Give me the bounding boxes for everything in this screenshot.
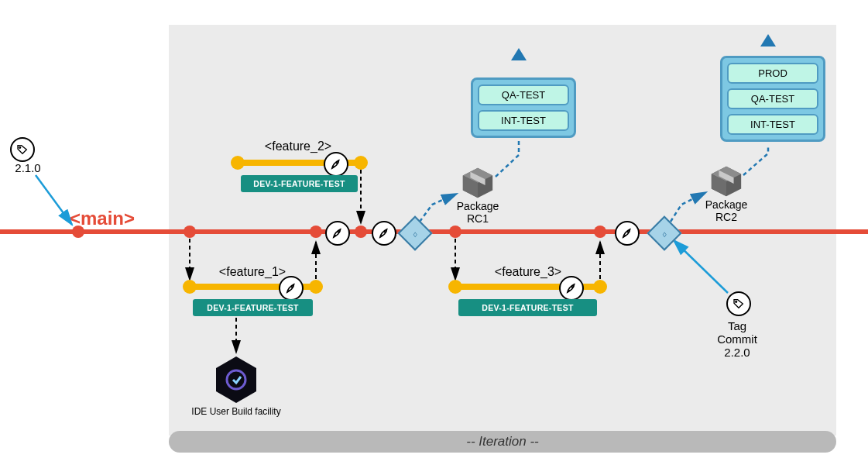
feature-2-label: <feature_2> [265, 139, 331, 153]
env-chip: QA-TEST [727, 88, 818, 109]
svg-marker-16 [216, 356, 256, 403]
feature-commit-dot [354, 156, 368, 170]
main-commit-dot [355, 226, 367, 238]
package-icon [460, 165, 496, 201]
ide-label: IDE User Build facility [191, 406, 280, 417]
rocket-icon [559, 276, 584, 301]
iteration-bar: -- Iteration -- [169, 431, 836, 453]
up-triangle-icon [760, 34, 776, 46]
feature-1-label: <feature_1> [219, 265, 286, 279]
feature-commit-dot [183, 280, 197, 294]
env-chip: INT-TEST [478, 110, 569, 131]
dev-feature-test-badge: DEV-1-FEATURE-TEST [193, 299, 313, 316]
rocket-icon [615, 221, 640, 246]
env-chip: INT-TEST [727, 114, 818, 135]
env-stack-rc2: PROD QA-TEST INT-TEST [720, 56, 825, 142]
up-triangle-icon [511, 48, 527, 60]
feature-3-label: <feature_3> [495, 265, 561, 279]
ide-hex-icon [214, 355, 258, 405]
env-chip: PROD [727, 63, 818, 84]
svg-point-15 [736, 301, 737, 302]
package-icon [708, 164, 744, 199]
feature-commit-dot [448, 280, 462, 294]
svg-point-13 [384, 231, 386, 232]
main-commit-dot [72, 226, 84, 238]
iteration-label: -- Iteration -- [466, 434, 539, 449]
tag-icon [10, 137, 35, 162]
rocket-icon [372, 221, 396, 246]
env-stack-rc1: QA-TEST INT-TEST [471, 77, 576, 138]
feature-commit-dot [231, 156, 245, 170]
svg-line-1 [36, 175, 72, 225]
feature-commit-dot [309, 280, 323, 294]
rocket-icon [325, 221, 350, 246]
rocket-icon [324, 152, 348, 177]
package-rc2-label: Package RC2 [705, 198, 747, 223]
svg-point-10 [336, 162, 338, 164]
tag-icon [726, 291, 751, 316]
main-commit-dot [310, 226, 322, 238]
dev-feature-test-badge: DEV-1-FEATURE-TEST [458, 299, 597, 316]
svg-point-12 [338, 231, 339, 232]
main-commit-dot [594, 226, 606, 238]
dev-feature-test-badge: DEV-1-FEATURE-TEST [241, 175, 358, 192]
svg-point-14 [627, 231, 629, 232]
package-rc1-label: Package RC1 [457, 200, 499, 225]
tag-end-label: Tag Commit 2.2.0 [717, 319, 757, 359]
svg-point-0 [19, 146, 21, 148]
rocket-icon [279, 276, 304, 301]
env-chip: QA-TEST [478, 84, 569, 105]
svg-point-9 [291, 286, 293, 288]
tag-start-label: 2.1.0 [15, 161, 40, 174]
main-commit-dot [184, 226, 196, 238]
main-commit-dot [449, 226, 461, 238]
svg-point-11 [571, 286, 573, 288]
feature-commit-dot [593, 280, 607, 294]
main-branch-line [0, 229, 868, 234]
